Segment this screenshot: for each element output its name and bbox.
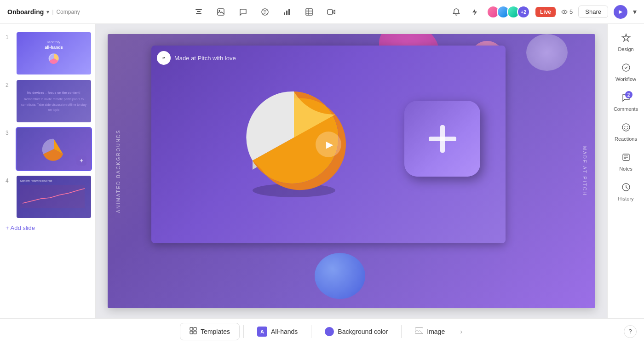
history-panel-item[interactable]: History xyxy=(610,178,643,206)
video-header: P Made at Pitch with love xyxy=(157,51,236,65)
image-toolbar-item[interactable]: Image xyxy=(405,323,454,340)
slide-item-4[interactable]: 4 Monthly recurring revenue xyxy=(0,173,95,221)
svg-rect-1 xyxy=(197,11,201,12)
slide-number-2: 2 xyxy=(6,82,13,88)
text-icon[interactable] xyxy=(192,6,205,18)
reactions-label: Reactions xyxy=(615,136,637,142)
table-icon[interactable] xyxy=(303,6,316,18)
image-toolbar-icon xyxy=(415,327,423,336)
templates-toolbar-item[interactable]: Templates xyxy=(180,323,240,340)
bgcolor-toolbar-item[interactable]: Background color xyxy=(315,323,397,340)
topbar-center xyxy=(192,6,338,18)
play-icon: ▶ xyxy=(326,139,333,150)
slide-number-1: 1 xyxy=(6,34,13,40)
plus-icon-3d xyxy=(404,101,480,177)
side-text-right: MADE AT PITCH xyxy=(582,146,587,196)
design-icon xyxy=(621,33,631,45)
help-button[interactable]: ? xyxy=(624,325,637,338)
allhands-toolbar-item[interactable]: A All-hands xyxy=(247,322,307,341)
slide-number-4: 4 xyxy=(6,178,13,184)
toolbar-more-arrow[interactable]: › xyxy=(456,324,466,339)
svg-rect-7 xyxy=(286,11,288,15)
svg-rect-2 xyxy=(196,13,201,14)
svg-rect-19 xyxy=(429,137,456,141)
app-subtitle: Company xyxy=(56,9,80,15)
svg-rect-0 xyxy=(196,9,202,10)
app-title-arrow[interactable]: ▾ xyxy=(46,9,49,15)
allhands-label: All-hands xyxy=(271,328,298,335)
comment-icon[interactable] xyxy=(259,6,271,18)
avatar-group: +2 xyxy=(487,6,530,18)
play-button[interactable]: ▶ xyxy=(614,5,627,19)
reactions-icon xyxy=(621,123,631,134)
bolt-icon[interactable] xyxy=(468,6,481,18)
chart-icon[interactable] xyxy=(281,6,293,18)
video-logo: P xyxy=(157,51,171,65)
main: 1 Monthly all-hands 2 No devices – focus… xyxy=(0,24,644,318)
svg-rect-6 xyxy=(284,12,285,15)
comments-label: Comments xyxy=(614,106,638,112)
svg-point-14 xyxy=(564,11,565,12)
notes-icon xyxy=(621,153,631,164)
workflow-icon xyxy=(621,63,631,75)
svg-rect-28 xyxy=(190,327,193,330)
video-icon[interactable] xyxy=(325,6,338,18)
viewers: 5 xyxy=(561,8,573,15)
notes-panel-item[interactable]: Notes xyxy=(610,148,643,176)
bgcolor-label: Background color xyxy=(338,328,388,335)
chat-icon[interactable] xyxy=(236,6,249,18)
viewers-count: 5 xyxy=(569,8,573,15)
bgcolor-dot xyxy=(325,327,334,336)
image-label: Image xyxy=(427,328,445,335)
slide-item-1[interactable]: 1 Monthly all-hands xyxy=(0,29,95,77)
live-badge[interactable]: Live xyxy=(535,7,556,17)
pie-chart-3d xyxy=(225,73,363,202)
templates-icon xyxy=(190,327,197,336)
allhands-icon: A xyxy=(257,327,267,337)
comments-badge: 2 xyxy=(625,91,632,98)
toolbar-separator-1 xyxy=(243,325,244,338)
slide-item-2[interactable]: 2 No devices – focus on the content! Rem… xyxy=(0,77,95,125)
video-title: Made at Pitch with love xyxy=(174,55,236,62)
slide-thumb-3: + xyxy=(17,128,91,170)
slide-canvas: ANIMATED BACKGROUNDS MADE AT PITCH P Mad… xyxy=(108,34,595,308)
design-panel-item[interactable]: Design xyxy=(610,29,643,57)
workflow-panel-item[interactable]: Workflow xyxy=(610,58,643,86)
topbar: Onboarding ▾ | Company xyxy=(0,0,644,24)
svg-rect-8 xyxy=(288,9,290,15)
slide-thumb-2: No devices – focus on the content! Remem… xyxy=(17,80,91,122)
history-label: History xyxy=(618,196,633,201)
topbar-right: +2 Live 5 Share ▶ ▾ xyxy=(450,5,637,19)
templates-label: Templates xyxy=(201,328,230,335)
image-icon[interactable] xyxy=(214,6,227,18)
video-play-button[interactable]: ▶ xyxy=(316,132,341,157)
slides-panel: 1 Monthly all-hands 2 No devices – focus… xyxy=(0,24,96,318)
svg-point-22 xyxy=(624,126,625,127)
toolbar-separator-3 xyxy=(401,325,402,338)
share-button[interactable]: Share xyxy=(578,6,608,18)
history-icon xyxy=(621,183,631,194)
workflow-label: Workflow xyxy=(615,76,636,82)
svg-point-21 xyxy=(622,124,630,131)
app-title: Onboarding xyxy=(7,8,44,16)
more-button[interactable]: ▾ xyxy=(633,7,637,16)
notes-label: Notes xyxy=(619,166,632,172)
svg-point-23 xyxy=(627,126,627,127)
video-frame: P Made at Pitch with love xyxy=(151,46,506,243)
reactions-panel-item[interactable]: Reactions xyxy=(610,118,643,146)
svg-point-20 xyxy=(622,64,630,71)
design-label: Design xyxy=(618,46,633,52)
svg-rect-13 xyxy=(328,10,333,14)
svg-rect-29 xyxy=(194,327,196,330)
svg-rect-9 xyxy=(306,9,312,15)
side-text-left: ANIMATED BACKGROUNDS xyxy=(116,129,121,213)
right-panel: Design Workflow 2 Comments Reaction xyxy=(607,24,644,318)
notification-icon[interactable] xyxy=(450,6,463,18)
comments-panel-item[interactable]: 2 Comments xyxy=(610,88,643,116)
add-slide-button[interactable]: + Add slide xyxy=(0,221,95,235)
topbar-left: Onboarding ▾ | Company xyxy=(7,8,80,16)
svg-rect-31 xyxy=(194,331,196,334)
svg-rect-30 xyxy=(190,331,193,334)
avatar-count: +2 xyxy=(517,6,530,18)
slide-item-3[interactable]: 3 + xyxy=(0,125,95,173)
